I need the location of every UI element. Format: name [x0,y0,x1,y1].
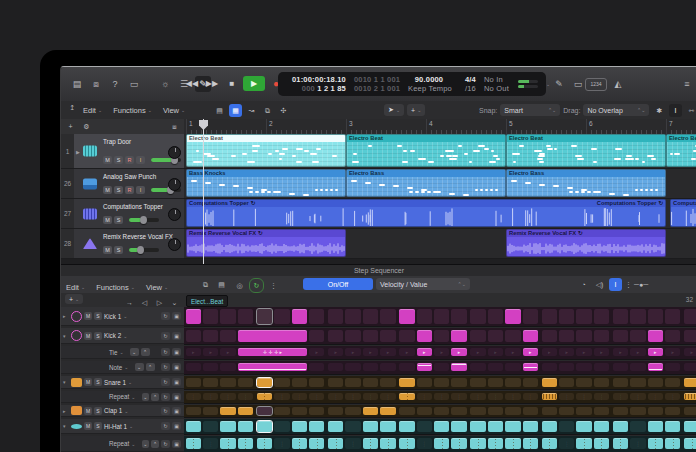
step-cell[interactable] [576,378,592,387]
row-output-icon[interactable]: ▣ [172,332,181,340]
step-cell[interactable] [451,407,467,415]
track-header[interactable]: 27Computations TopperMS [61,199,184,229]
row-rotate-icon[interactable]: ↻ [161,407,170,415]
step-cell[interactable] [684,363,696,371]
keyboard-icon[interactable]: ▤ [215,278,228,291]
step-cell[interactable] [292,309,308,324]
seq-row-label[interactable]: ▾MSSnare 1 ⌄↻▣ [61,376,184,389]
step-cell[interactable] [274,309,290,324]
step-cell[interactable] [257,421,273,432]
step-cell[interactable] [451,378,467,387]
step-cell[interactable] [542,330,558,342]
region[interactable]: Electro Beat [186,134,346,167]
step-cell[interactable] [203,378,219,387]
region[interactable]: Computations Topper ↻ [670,199,696,227]
step-cell[interactable] [238,363,307,371]
step-cell[interactable] [648,378,664,387]
step-cell[interactable] [363,309,379,324]
step-cell[interactable] [451,421,467,432]
row-output-icon[interactable]: ▣ [172,393,181,401]
step-cell[interactable] [257,378,273,387]
step-cell[interactable] [684,309,696,324]
step-cell[interactable] [648,309,664,324]
region-view-icon[interactable]: ▤ [213,104,226,117]
pan-knob[interactable] [168,238,181,251]
step-cell[interactable] [363,363,379,371]
step-cell[interactable] [186,363,202,371]
metronome-icon[interactable]: ◭ [610,76,626,92]
step-cell[interactable] [648,363,664,371]
step-cell[interactable]: ▸ [363,348,379,356]
step-cell[interactable] [613,330,629,342]
region[interactable]: Remix Reverse Vocal FX ↻ [506,229,666,257]
step-cell[interactable]: ▸ [505,348,521,356]
step-cell[interactable] [363,407,379,415]
step-cell[interactable] [613,363,629,371]
step-cell[interactable] [665,421,681,432]
step-cell[interactable]: ▸ [630,348,646,356]
step-cell[interactable] [399,309,415,324]
region[interactable]: Electro Beat [506,134,666,167]
play-button[interactable]: ▶ [243,76,265,91]
row-disclosure-icon[interactable]: ▸ [63,408,69,414]
seq-row-label[interactable]: Repeat ⌄⌄⌃↻▣ [61,391,184,403]
step-cell[interactable]: ▸ [559,348,575,356]
tuner-icon[interactable]: ✎ [551,76,567,92]
row-output-icon[interactable]: ▣ [172,363,181,371]
subrow-decrement[interactable]: ⌄ [142,440,150,448]
row-m-button[interactable]: M [84,407,92,415]
step-cell[interactable] [186,309,202,324]
region[interactable]: Bass Knocks [186,169,346,197]
step-cell[interactable] [257,309,273,324]
step-cell[interactable] [488,378,504,387]
step-cell[interactable] [238,438,254,449]
subrow-increment[interactable]: ⌃ [151,440,159,448]
step-cell[interactable] [203,330,219,342]
step-cell[interactable]: ┆ [274,393,290,400]
row-s-button[interactable]: S [94,332,102,340]
subrow-increment[interactable]: ⌃ [141,348,150,356]
waveform-zoom-icon[interactable]: ✱ [653,104,666,117]
lcd-chevron-icon[interactable]: ⌄ [546,81,550,87]
step-cell[interactable]: ┆ [594,393,610,400]
subrow-decrement[interactable]: ⌄ [142,393,150,401]
step-cell[interactable] [470,378,486,387]
step-cell[interactable] [576,309,592,324]
track-settings-icon[interactable]: ⚙ [80,120,93,133]
step-cell[interactable] [630,378,646,387]
step-cell[interactable] [363,421,379,432]
step-cell[interactable]: ┆ [630,438,646,449]
seq-row-label[interactable]: Tie ⌄⌄⌃↻▣ [61,346,184,359]
step-cell[interactable] [399,330,415,342]
step-cell[interactable] [542,378,558,387]
piano-roll-icon[interactable]: ▦ [229,104,242,117]
step-cell[interactable]: ▸ [220,348,236,356]
step-cell[interactable] [417,378,433,387]
step-cell[interactable]: ┆ [451,393,467,400]
step-cell[interactable]: ┆ [203,438,219,449]
step-cell[interactable]: ┆ [345,393,361,400]
step-cell[interactable] [523,330,539,342]
step-cell[interactable]: ┆ [559,393,575,400]
step-cell[interactable] [505,407,521,415]
step-cell[interactable] [470,330,486,342]
step-cell[interactable] [684,407,696,415]
step-cell[interactable] [523,378,539,387]
step-cell[interactable]: ▸ [576,348,592,356]
track-s-button[interactable]: S [114,246,123,254]
drag-menu[interactable]: No Overlap⌃⌄ [583,104,649,116]
step-cell[interactable]: ▸ [380,348,396,356]
step-cell[interactable] [630,421,646,432]
track-s-button[interactable]: S [114,156,123,164]
step-cell[interactable] [186,407,202,415]
step-cell[interactable] [328,438,344,449]
step-cell[interactable] [363,438,379,449]
step-cell[interactable] [203,407,219,415]
step-cell[interactable] [505,438,521,449]
step-cell[interactable] [594,407,610,415]
step-cell[interactable] [505,421,521,432]
snap-menu[interactable]: Smart⌃⌄ [500,104,560,116]
step-cell[interactable] [328,407,344,415]
step-cell[interactable] [238,378,254,387]
step-cell[interactable] [417,309,433,324]
